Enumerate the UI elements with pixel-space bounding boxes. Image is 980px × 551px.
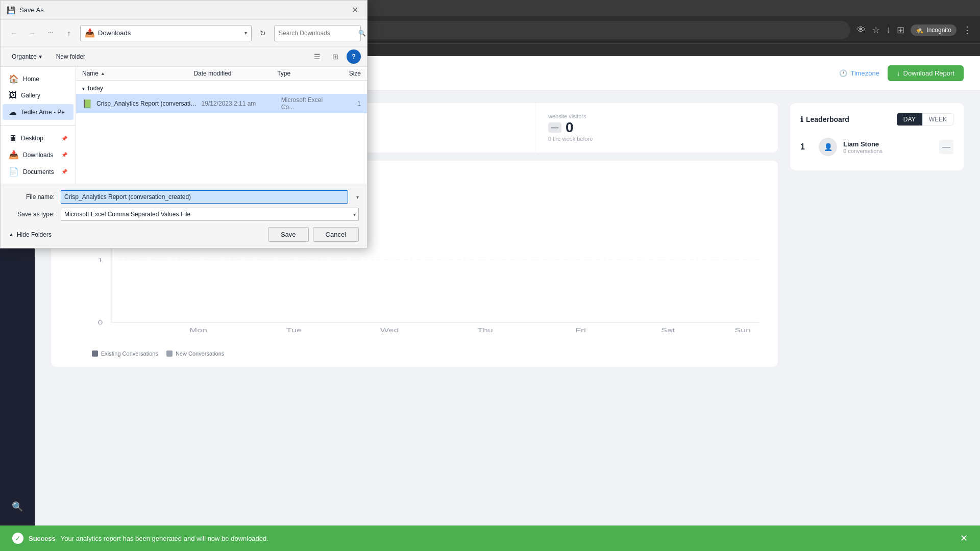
documents-icon: 📄 — [9, 167, 19, 177]
nav-gallery-label: Gallery — [21, 92, 40, 99]
organize-button[interactable]: Organize ▾ — [7, 51, 47, 62]
svg-text:0: 0 — [97, 319, 103, 326]
leaderboard-header: ℹ Leaderboard DAY WEEK — [800, 113, 953, 126]
agent-name: Liam Stone — [843, 140, 933, 148]
sidebar-icon-search[interactable]: 🔍 — [7, 496, 28, 517]
incognito-icon: 🕵 — [916, 27, 923, 34]
dialog-close-button[interactable]: ✕ — [349, 4, 361, 16]
nav-item-downloads[interactable]: 📥 Downloads 📌 — [3, 147, 74, 163]
dialog-up-button[interactable]: ↑ — [62, 26, 76, 40]
view-options-button[interactable]: ⊞ — [328, 49, 342, 64]
save-button[interactable]: Save — [268, 227, 309, 242]
dialog-body: 🏠 Home 🖼 Gallery ☁ Tedler Arne - Pe 🖥 De… — [1, 67, 367, 184]
menu-icon[interactable]: ⋮ — [963, 24, 972, 36]
visitors-indicator: — — [548, 122, 561, 133]
browser-icons: 👁 ☆ ↓ ⊞ 🕵 Incognito ⋮ — [856, 24, 972, 36]
download-arrow-icon: ↓ — [897, 69, 900, 77]
eye-off-icon[interactable]: 👁 — [856, 24, 866, 35]
timezone-button[interactable]: 🕐 Timezone — [839, 69, 879, 77]
nav-documents-label: Documents — [23, 168, 54, 176]
nav-item-cloud[interactable]: ☁ Tedler Arne - Pe — [3, 104, 74, 120]
dialog-back-button[interactable]: ← — [7, 26, 21, 40]
agent-info: Liam Stone 0 conversations — [843, 140, 933, 154]
dialog-forward-button[interactable]: → — [25, 26, 39, 40]
svg-text:Thu: Thu — [477, 327, 493, 334]
new-folder-button[interactable]: New folder — [51, 51, 90, 62]
col-header-date[interactable]: Date modified — [193, 70, 277, 77]
nav-item-home[interactable]: 🏠 Home — [3, 71, 74, 87]
filename-dropdown-icon[interactable]: ▾ — [356, 194, 359, 200]
svg-text:Fri: Fri — [575, 327, 586, 334]
hide-folders-label: Hide Folders — [17, 231, 52, 238]
download-icon[interactable]: ↓ — [886, 24, 891, 35]
file-item-0[interactable]: 📗 Crisp_Analytics Report (conversation_r… — [76, 94, 367, 113]
gallery-icon: 🖼 — [9, 91, 17, 100]
star-icon[interactable]: ☆ — [872, 24, 880, 36]
dialog-title-icon: 💾 — [7, 6, 15, 14]
sort-icon: ▲ — [101, 71, 105, 76]
legend-existing-label: Existing Conversations — [101, 350, 158, 357]
search-input[interactable] — [279, 30, 355, 37]
success-message: Your analytics report has been generated… — [61, 535, 268, 542]
agent-expand-button[interactable]: — — [939, 140, 953, 154]
refresh-button[interactable]: ↻ — [256, 26, 270, 40]
cloud-icon: ☁ — [9, 107, 17, 117]
cancel-button[interactable]: Cancel — [313, 227, 359, 242]
path-dropdown-icon[interactable]: ▾ — [244, 30, 247, 36]
save-type-select[interactable]: Microsoft Excel Comma Separated Values F… — [61, 208, 359, 221]
save-as-dialog: 💾 Save As ✕ ← → ⋯ ↑ 📥 Downloads ▾ ↻ 🔍 O — [0, 0, 368, 265]
svg-text:Wed: Wed — [380, 327, 399, 334]
col-header-name[interactable]: Name ▲ — [82, 70, 193, 77]
toast-close-button[interactable]: ✕ — [960, 533, 968, 544]
downloads-icon: 📥 — [9, 150, 19, 160]
col-header-type[interactable]: Type — [277, 70, 333, 77]
file-list-header: Name ▲ Date modified Type Size — [76, 67, 367, 81]
svg-text:Sat: Sat — [661, 327, 675, 334]
tab-week[interactable]: WEEK — [922, 113, 953, 126]
agent-avatar: 👤 — [819, 138, 837, 156]
documents-pin-icon: 📌 — [61, 169, 67, 174]
file-name-input[interactable] — [61, 190, 348, 204]
dialog-title: Save As — [19, 6, 345, 14]
col-header-size[interactable]: Size — [333, 70, 361, 77]
leaderboard-title: ℹ Leaderboard — [800, 115, 849, 123]
nav-cloud-label: Tedler Arne - Pe — [21, 109, 65, 116]
svg-text:Tue: Tue — [286, 327, 302, 334]
file-excel-icon: 📗 — [82, 99, 92, 109]
success-toast: ✓ Success Your analytics report has been… — [0, 525, 980, 551]
layout-icon[interactable]: ⊞ — [897, 24, 904, 36]
nav-item-desktop[interactable]: 🖥 Desktop 📌 — [3, 131, 74, 146]
file-name-label: File name: — [9, 193, 55, 201]
home-icon: 🏠 — [9, 74, 19, 84]
leaderboard-item: 1 👤 Liam Stone 0 conversations — — [800, 134, 953, 160]
legend-new-icon — [166, 350, 173, 357]
success-title: Success — [29, 535, 56, 542]
agent-conversations: 0 conversations — [843, 148, 933, 154]
legend-existing: Existing Conversations — [92, 350, 158, 357]
legend-existing-icon — [92, 350, 98, 357]
nav-item-gallery[interactable]: 🖼 Gallery — [3, 88, 74, 103]
path-bar[interactable]: 📥 Downloads ▾ — [80, 25, 252, 41]
legend-new-label: New Conversations — [176, 350, 224, 357]
file-name: Crisp_Analytics Report (conversation_res… — [96, 100, 198, 107]
svg-text:Mon: Mon — [189, 327, 207, 334]
path-icon: 📥 — [85, 28, 95, 38]
help-button[interactable]: ? — [347, 49, 361, 64]
download-report-button[interactable]: ↓ Download Report — [888, 65, 964, 81]
success-check-icon: ✓ — [12, 533, 23, 544]
dialog-titlebar: 💾 Save As ✕ — [1, 1, 367, 20]
dialog-right-panel: Name ▲ Date modified Type Size ▾ Today 📗… — [76, 67, 367, 184]
nav-item-documents[interactable]: 📄 Documents 📌 — [3, 164, 74, 180]
list-view-button[interactable]: ☰ — [310, 49, 324, 64]
search-bar[interactable]: 🔍 — [274, 25, 361, 41]
dashboard-right: ℹ Leaderboard DAY WEEK 1 👤 Liam Stone — [790, 103, 964, 367]
nav-home-label: Home — [23, 76, 39, 83]
file-size: 1 — [336, 100, 361, 107]
organize-chevron: ▾ — [39, 53, 42, 60]
footer-buttons: ▲ Hide Folders Save Cancel — [9, 225, 359, 242]
hide-folders-button[interactable]: ▲ Hide Folders — [9, 231, 52, 238]
incognito-label: Incognito — [926, 27, 951, 34]
dialog-more-button[interactable]: ⋯ — [43, 26, 58, 40]
info-icon: ℹ — [800, 115, 803, 123]
tab-day[interactable]: DAY — [897, 113, 922, 126]
